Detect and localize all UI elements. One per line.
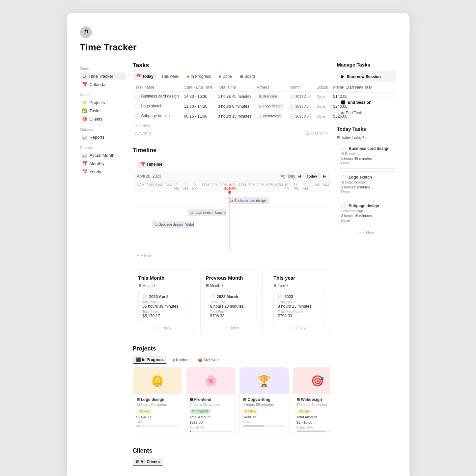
timeline-row-3: 🗂 Subpage design Webdesign 3 hours 15 mi… <box>137 218 326 230</box>
project-badge: Review <box>136 409 152 414</box>
this-year-entry-title: 📄 2023 <box>278 294 320 299</box>
project-amount: $498.33 <box>243 415 285 419</box>
timeline-hour-label: 12 PM <box>192 183 202 190</box>
sidebar-item-clients[interactable]: 🎯 Clients <box>80 115 126 123</box>
previous-month-title: Previous Month <box>206 275 257 281</box>
project-card[interactable]: 🌸 ⊞Frontend 2 hours 25 minutes In progre… <box>186 367 236 435</box>
timeline-row-4 <box>137 230 326 242</box>
sidebar-item-calendar[interactable]: 📅 Calendar <box>80 81 126 88</box>
app-container: ⏱ Time Tracker Menu ⏱ Time Tracker 📅 Cal… <box>67 13 409 476</box>
timeline-hour-label: 7 AM <box>146 183 155 190</box>
sidebar-item-actual-month[interactable]: 📊 Actual Month <box>80 152 126 159</box>
tasks-section: Tasks 📅 Today This week In Progress Done… <box>133 62 330 138</box>
this-month-add-button[interactable]: + + New <box>138 326 189 330</box>
project-progress-bar <box>136 425 179 427</box>
sidebar-item-projects[interactable]: 📁 Projects <box>80 99 126 106</box>
today-btn[interactable]: Today <box>303 173 321 180</box>
tab-timeline[interactable]: 📅 Timeline <box>137 161 166 168</box>
count-label: COUNT 3 <box>135 132 151 136</box>
project-card-name: ⊞Copywriting <box>243 397 285 402</box>
progress-fill <box>190 431 191 432</box>
cell-project: ⊞ Branding <box>254 92 287 101</box>
previous-month-time-value: 8 hours 23 minutes <box>210 304 253 309</box>
this-year-title: This year <box>273 275 324 281</box>
timeline-hour-label: 7 PM <box>257 183 266 190</box>
timeline-hour-label: 8 PM <box>266 183 275 190</box>
project-card-time: 17 hours 6 minutes <box>296 403 330 406</box>
timeline-add-button[interactable]: + + New <box>133 251 330 260</box>
today-task-card[interactable]: Logo sketch ⊞ Logo design 3 hours 0 minu… <box>337 171 396 197</box>
previous-month-entry: 📄 2023 March Total Time 8 hours 23 minut… <box>206 291 257 323</box>
project-card[interactable]: 🪙 ⊞Logo design 13 hours 0 minutes Review… <box>133 367 182 435</box>
today-tasks-section: Today Tasks ⊞ Today Tasks ▾ Business car… <box>337 126 396 237</box>
table-row[interactable]: Logo sketch 11:30 - 14:30 3 hours 0 minu… <box>133 101 362 111</box>
task-circle-icon <box>341 147 346 151</box>
tab-in-progress[interactable]: In Progress <box>184 73 214 80</box>
today-task-time: 3 hours 15 minutes <box>341 214 392 218</box>
this-year-dropdown[interactable]: ⊞ Year ▾ <box>273 283 324 288</box>
tab-in-progress-projects[interactable]: ⬛ In Progress <box>133 356 167 364</box>
this-month-dropdown[interactable]: ⊞ Month ▾ <box>138 283 189 288</box>
tab-kanban[interactable]: ⊞ Kanban <box>168 356 193 364</box>
clients-section: Clients ⊞ All Clients <box>133 447 330 466</box>
end-task-item[interactable]: End Task <box>337 108 396 118</box>
timeline-body: 4:16 PM 🗂 Business card design Branding … <box>133 192 330 251</box>
sidebar-item-tasks[interactable]: ✅ Tasks <box>80 107 126 115</box>
end-session-header[interactable]: End Session <box>337 97 396 108</box>
project-emoji: 🪙 <box>151 375 164 387</box>
project-badge: Review <box>296 409 312 414</box>
today-tasks-add-button[interactable]: + + New <box>337 229 396 237</box>
actual-month-icon: 📊 <box>82 153 87 158</box>
sidebar-item-yearly[interactable]: 📅 Yearly <box>80 168 126 176</box>
project-card-body: ⊞Frontend 2 hours 25 minutes In progress… <box>186 394 235 435</box>
today-task-status: Done <box>341 161 392 165</box>
this-year-entry: 📄 2023 Total Time 8 hours 23 minutes Tot… <box>273 291 324 323</box>
project-card[interactable]: 🎯 ⊞Webdesign 17 hours 6 minutes Review T… <box>293 367 330 435</box>
add-task-button[interactable]: + + New <box>133 121 330 130</box>
today-task-card[interactable]: Business card design ⊞ Branding 1 hours … <box>337 143 396 169</box>
project-name-icon: ⊞ <box>190 397 193 402</box>
plus-icon: + <box>156 326 158 330</box>
project-progress-bar <box>296 431 330 432</box>
end-session-card: End Session End Task <box>337 97 396 118</box>
today-tasks-dropdown[interactable]: ⊞ Today Tasks ▾ <box>337 135 396 139</box>
progress-fill <box>243 425 264 427</box>
main-content: Tasks 📅 Today This week In Progress Done… <box>133 62 330 469</box>
this-month-entry: 📄 2023 April Total Time 65 hours 39 minu… <box>138 291 189 323</box>
tab-this-week[interactable]: This week <box>158 73 182 80</box>
sidebar-item-label: Tasks <box>90 108 100 113</box>
table-row[interactable]: Business card design 14:30 - 16:30 1 hou… <box>133 92 362 101</box>
tab-archived[interactable]: 📦 Archived <box>194 356 222 364</box>
sidebar-item-label: Monthly <box>90 161 105 166</box>
timeline-row-1: 🗂 Business card design Branding 1 hours … <box>137 195 326 207</box>
previous-month-add-button[interactable]: + + New <box>206 326 257 330</box>
cell-project: ⊞ Logo design <box>254 101 287 111</box>
this-year-add-button[interactable]: + + New <box>273 326 324 330</box>
project-card[interactable]: 🏆 ⊞Copywriting 4 hours 59 minutes Review… <box>239 367 289 435</box>
end-session-label: End Session <box>348 100 372 105</box>
sidebar-item-time-tracker[interactable]: ⏱ Time Tracker <box>80 72 126 80</box>
tab-all-clients[interactable]: ⊞ All Clients <box>133 458 163 466</box>
project-card-name: ⊞Webdesign <box>296 397 330 402</box>
sidebar-item-monthly[interactable]: 📅 Monthly <box>80 160 126 167</box>
sidebar-item-label: Calendar <box>90 82 107 87</box>
previous-month-dropdown[interactable]: ⊞ Month ▾ <box>206 283 257 288</box>
project-progress-label: Actual 68% <box>296 426 330 429</box>
timeline-container: 📅 Timeline April 20, 2023 Ap Day ◀ Today… <box>133 158 330 260</box>
sidebar-item-reports[interactable]: 📊 Reports <box>80 133 126 141</box>
timeline-hour-label: 9 PM <box>275 183 285 190</box>
start-session-header[interactable]: Start new Session <box>337 71 396 82</box>
project-progress-label: Actual 4% <box>190 426 232 429</box>
tab-board[interactable]: ⊞ Board <box>237 73 258 80</box>
tab-today[interactable]: 📅 Today <box>133 73 157 80</box>
today-task-card[interactable]: Subpage design ⊞ Webdesign 3 hours 15 mi… <box>337 200 396 226</box>
previous-month-time-label: Total Time <box>210 300 253 304</box>
start-new-task-item[interactable]: Start New Task <box>337 82 396 92</box>
plus-icon: + <box>135 123 138 128</box>
table-row[interactable]: Subpage design 08:15 - 11:30 3 hours 15 … <box>133 111 362 121</box>
tab-done[interactable]: Done <box>215 73 235 80</box>
project-card-body: ⊞Webdesign 17 hours 6 minutes Review Tot… <box>293 394 330 435</box>
timeline-hour-label: 2 AM <box>322 183 330 190</box>
stop-icon <box>341 100 345 104</box>
this-month-time-value: 65 hours 39 minutes <box>143 304 185 309</box>
